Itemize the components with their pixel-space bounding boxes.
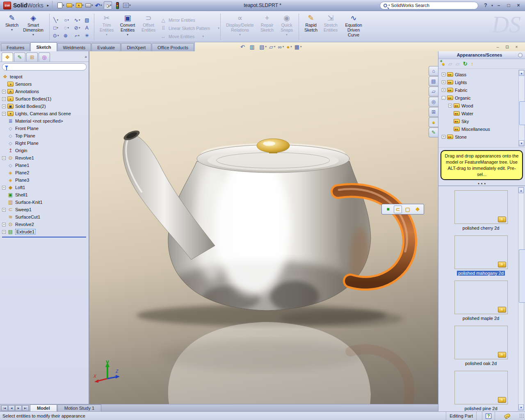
feature-tree-item[interactable]: + ⊙ Revolve1 bbox=[1, 154, 89, 162]
context-toolbar-button[interactable]: ⊂ bbox=[394, 205, 402, 213]
feature-tree-item[interactable]: ◈ Plane2 bbox=[1, 169, 89, 176]
scrollbar-thumb[interactable]: ≡ bbox=[519, 249, 525, 303]
dropdown-caret-icon[interactable]: ▾ bbox=[265, 45, 267, 48]
sketch-entity-button[interactable]: ⌐ ▾ bbox=[72, 32, 82, 39]
material-item[interactable]: polished oak 2d bbox=[445, 326, 517, 366]
expand-toggle[interactable]: + bbox=[448, 104, 452, 107]
offset-entities-button[interactable]: ⊃ Offset Entities bbox=[139, 13, 158, 33]
material-label[interactable]: polished cherry 2d bbox=[445, 226, 517, 231]
quick-snaps-button[interactable]: ◉ Quick Snaps ▾ bbox=[277, 13, 296, 37]
feature-tree-item[interactable]: + A Annotations bbox=[1, 88, 89, 95]
view-tool-button[interactable]: ▾ bbox=[231, 45, 233, 48]
task-pane-tab[interactable]: ⊞ bbox=[429, 107, 438, 117]
dropdown-caret-icon[interactable]: ▾ bbox=[67, 26, 69, 30]
material-thumbnail[interactable] bbox=[454, 326, 508, 359]
sketch-entity-button[interactable]: ∿ ▾ bbox=[72, 16, 82, 24]
appearance-tree-item[interactable]: + Wood bbox=[442, 102, 518, 110]
new-document-button[interactable]: ▾ bbox=[57, 1, 65, 9]
feature-tree-item[interactable]: ◇ Top Plane bbox=[1, 132, 89, 139]
scroll-up-icon[interactable]: ▲ bbox=[518, 187, 524, 193]
equation-driven-curve-button[interactable]: ∿ Equation Driven Curve bbox=[341, 13, 366, 38]
appearance-tree-item[interactable]: - Organic bbox=[442, 94, 518, 102]
feature-tree-item[interactable]: ↥ Origin bbox=[1, 147, 89, 154]
scroll-down-icon[interactable]: ▼ bbox=[519, 140, 524, 146]
command-tab[interactable]: Features bbox=[1, 43, 30, 51]
teapot-model[interactable] bbox=[89, 51, 438, 404]
sketch-entity-button[interactable]: ⊕ ▾ bbox=[61, 32, 72, 39]
command-tab[interactable]: Sketch bbox=[30, 42, 57, 51]
feature-manager-tab[interactable]: ⊞ bbox=[26, 52, 38, 62]
context-toolbar-button[interactable]: ❖ bbox=[413, 205, 422, 213]
model-tab[interactable]: Model bbox=[30, 404, 57, 411]
feature-tree-item[interactable]: ▣ Shell1 bbox=[1, 191, 89, 199]
material-label[interactable]: polished oak 2d bbox=[445, 361, 517, 366]
view-tool-button[interactable]: ● ▾ bbox=[286, 44, 292, 50]
material-label[interactable]: polished mahogany 2d bbox=[457, 271, 505, 276]
context-toolbar-button[interactable]: ■ bbox=[384, 205, 392, 213]
expand-toggle[interactable]: + bbox=[2, 230, 6, 234]
expand-toggle[interactable]: + bbox=[2, 97, 6, 101]
make-drawing-button[interactable]: A▾ bbox=[75, 1, 84, 9]
material-label[interactable]: polished pine 2d bbox=[445, 406, 517, 411]
dropdown-caret-icon[interactable]: ▾ bbox=[57, 26, 58, 30]
view-tool-button[interactable]: ∞ ▾ bbox=[278, 44, 284, 50]
feature-tree-item[interactable]: + ▤ Extrude1 bbox=[1, 228, 89, 235]
scrollbar-thumb[interactable]: ≡ bbox=[519, 101, 525, 125]
dropdown-caret-icon[interactable]: ▾ bbox=[283, 45, 284, 48]
material-item[interactable]: polished mahogany 2d bbox=[445, 235, 517, 276]
pin-icon[interactable] bbox=[518, 53, 523, 57]
minimize-button[interactable]: – bbox=[495, 2, 503, 9]
task-pane-tab[interactable]: ◎ bbox=[429, 97, 438, 107]
appearance-tree-item[interactable]: + Stone bbox=[442, 133, 518, 141]
menu-expand-arrow-icon[interactable]: ▸ bbox=[47, 3, 49, 7]
sketch-entity-button[interactable]: ⊘ ▾ bbox=[72, 24, 82, 32]
sketch-entity-button[interactable]: ○ ▾ bbox=[61, 16, 72, 24]
task-pane-tab[interactable]: ▱ bbox=[429, 87, 438, 96]
task-pane-tab[interactable]: ✎ bbox=[429, 128, 438, 137]
search-dropdown-icon[interactable]: ▾ bbox=[388, 4, 390, 7]
dropdown-caret-icon[interactable]: ▾ bbox=[79, 18, 80, 22]
material-thumbnail[interactable] bbox=[454, 235, 508, 269]
feature-tree-item[interactable]: + ⊙ Revolve2 bbox=[1, 221, 89, 228]
feature-manager-tab[interactable]: ✎ bbox=[14, 52, 25, 62]
feature-tree-item[interactable]: ◑ Sensors bbox=[1, 80, 89, 88]
expand-toggle[interactable]: + bbox=[442, 73, 445, 76]
material-thumbnail[interactable] bbox=[454, 281, 508, 314]
view-tool-button[interactable]: ▥ ▾ bbox=[249, 44, 257, 50]
tab-scroll-button[interactable]: ▶ bbox=[15, 405, 22, 411]
feature-tree-item[interactable]: ◇ Right Plane bbox=[1, 139, 89, 147]
view-tool-button[interactable]: ▦ ▾ bbox=[294, 44, 302, 50]
resize-grip[interactable] bbox=[519, 413, 524, 418]
feature-tree-root[interactable]: ❖ teapot bbox=[1, 73, 89, 80]
tab-scroll-button[interactable]: |◀ bbox=[1, 405, 8, 411]
dropdown-caret-icon[interactable]: ▾ bbox=[57, 18, 58, 22]
search-input[interactable] bbox=[391, 3, 461, 8]
mirror-entities-button[interactable]: △ Mirror Entities bbox=[160, 16, 219, 24]
sketch-entity-button[interactable]: ◌ ▾ bbox=[61, 24, 72, 32]
scroll-down-icon[interactable]: ▼ bbox=[518, 404, 524, 410]
stretch-entities-button[interactable]: ⇲ Stretch Entities bbox=[320, 13, 341, 33]
convert-entities-button[interactable]: ▣ Convert Entities ▾ bbox=[116, 13, 139, 37]
appearance-tree-item[interactable]: + Glass bbox=[442, 71, 518, 78]
search-box[interactable]: ▾ bbox=[380, 2, 478, 9]
task-pane-tab[interactable]: ⌂ bbox=[429, 66, 438, 76]
feature-tree-item[interactable]: ◇ Front Plane bbox=[1, 125, 89, 132]
dropdown-caret-icon[interactable]: ▾ bbox=[11, 28, 13, 32]
task-pane-tool-button[interactable]: ● bbox=[442, 61, 445, 66]
viewport-canvas[interactable]: ■ ⊂ ▢ ❖ bbox=[89, 51, 438, 404]
view-tool-button[interactable]: ▱ ▾ bbox=[269, 44, 276, 50]
tag-button[interactable] bbox=[495, 412, 519, 420]
feature-tree-item[interactable]: + ◆ Loft1 bbox=[1, 184, 89, 191]
feature-tree-item[interactable]: + ◗ Surface Bodies(1) bbox=[1, 95, 89, 103]
feature-tree-item[interactable]: ◇ Plane1 bbox=[1, 162, 89, 169]
command-tab[interactable]: DimXpert bbox=[121, 43, 151, 51]
dropdown-caret-icon[interactable]: ▾ bbox=[300, 45, 302, 48]
sketch-button[interactable]: ✎ Sketch ▾ bbox=[4, 13, 20, 32]
sketch-entity-button[interactable]: ▧ ▾ bbox=[82, 16, 93, 24]
material-item[interactable]: polished pine 2d bbox=[445, 371, 517, 411]
material-label[interactable]: polished maple 2d bbox=[445, 316, 517, 321]
expand-toggle[interactable]: + bbox=[2, 112, 6, 116]
scroll-up-icon[interactable]: ▲ bbox=[519, 70, 524, 76]
feature-tree-item[interactable]: ◈ Plane3 bbox=[1, 176, 89, 184]
doc-restore-button[interactable]: ⊡ bbox=[504, 44, 511, 50]
